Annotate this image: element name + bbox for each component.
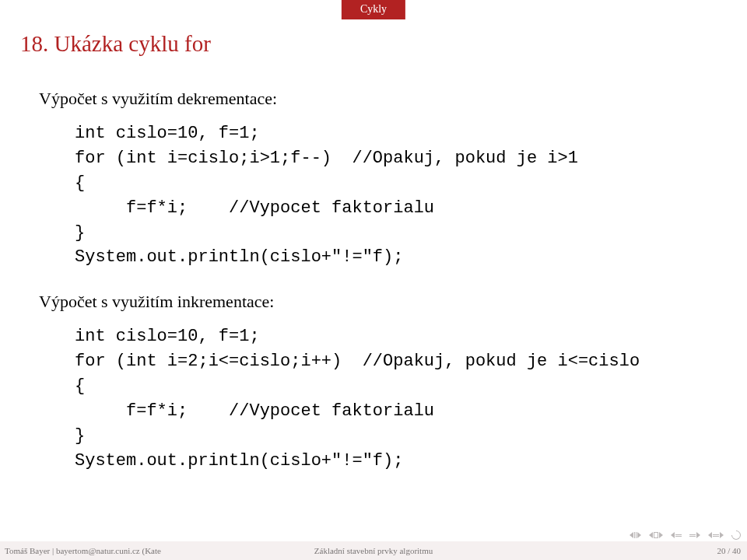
footer-page-number: 20 / 40: [717, 546, 741, 555]
beamer-nav-controls: [630, 530, 741, 540]
nav-next-frame-icon[interactable]: [708, 532, 724, 538]
section-label: Cykly: [360, 3, 387, 15]
footer-title: Základní stavební prvky algoritmu: [314, 546, 433, 555]
nav-prev-frame-icon[interactable]: [649, 532, 663, 538]
nav-first-icon[interactable]: [630, 532, 641, 538]
nav-cycle-icon[interactable]: [730, 529, 743, 542]
subtitle-inkrementace: Výpočet s využitím inkrementace:: [39, 292, 708, 312]
slide-title: 18. Ukázka cyklu for: [20, 31, 211, 57]
code-block-2: int cislo=10, f=1; for (int i=2;i<=cislo…: [75, 324, 708, 473]
code-block-1: int cislo=10, f=1; for (int i=cislo;i>1;…: [75, 121, 708, 270]
nav-next-icon[interactable]: [689, 532, 700, 538]
nav-prev-icon[interactable]: [671, 532, 682, 538]
section-badge: Cykly: [342, 0, 405, 19]
slide-content: Výpočet s využitím dekrementace: int cis…: [39, 81, 708, 495]
footer-author: Tomáš Bayer | bayertom@natur.cuni.cz (Ka…: [0, 546, 268, 555]
slide-footer: Tomáš Bayer | bayertom@natur.cuni.cz (Ka…: [0, 541, 747, 560]
subtitle-dekrementace: Výpočet s využitím dekrementace:: [39, 89, 708, 109]
